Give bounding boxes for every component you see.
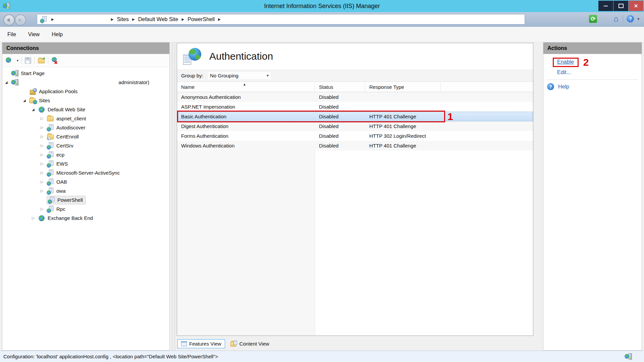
table-row-windows-authentication[interactable]: Windows Authentication Disabled HTTP 401… <box>177 141 533 150</box>
tree-item-default-web-site[interactable]: ◢ Default Web Site <box>2 105 169 114</box>
expander-icon[interactable]: ▷ <box>41 134 47 139</box>
forward-button[interactable] <box>15 14 26 26</box>
open-folder-icon[interactable] <box>38 57 45 64</box>
tree-item-exchange-back-end[interactable]: ▷ Exchange Back End <box>2 214 169 223</box>
stop-button[interactable]: ✕ <box>600 14 609 23</box>
minimize-button[interactable] <box>598 1 613 11</box>
tree-item-label: EWS <box>56 161 68 167</box>
menu-file[interactable]: File <box>3 30 21 39</box>
disconnect-icon[interactable] <box>51 57 59 64</box>
expander-icon[interactable]: ▷ <box>41 153 47 157</box>
tree-item-application-pools[interactable]: Application Pools <box>2 87 169 96</box>
tree-item-ews[interactable]: ▷ EWS <box>2 159 169 168</box>
iis-status-icon <box>625 353 633 360</box>
window-controls: ✕ <box>598 1 643 11</box>
menu-help[interactable]: Help <box>47 30 67 39</box>
save-connection-icon[interactable] <box>25 57 31 64</box>
column-header-name[interactable]: Name ▲ <box>177 82 315 92</box>
expander-icon[interactable]: ◢ <box>32 108 38 111</box>
menu-view[interactable]: View <box>23 30 44 39</box>
annotation-box-2: Enable <box>553 58 579 67</box>
tree-item-autodiscover[interactable]: ▷ Autodiscover <box>2 123 169 132</box>
view-tab-bar: Features View Content View <box>177 337 533 351</box>
expander-icon[interactable]: ▷ <box>41 143 47 148</box>
tree-item-rpc[interactable]: ▷ Rpc <box>2 204 169 214</box>
cell-response: HTTP 401 Challenge <box>365 143 441 148</box>
column-header-response-type[interactable]: Response Type <box>365 82 441 92</box>
chevron-right-icon: ▶ <box>132 17 135 21</box>
selected-tree-item[interactable]: PowerShell <box>47 196 86 204</box>
tree-item-owa[interactable]: ▷ owa <box>2 186 169 195</box>
feature-title-row: Authentication <box>177 43 533 69</box>
tree-item-server[interactable]: ◢ administrator) <box>2 78 169 87</box>
table-row-aspnet-impersonation[interactable]: ASP.NET Impersonation Disabled <box>177 102 533 112</box>
table-row-basic-authentication[interactable]: Basic Authentication Disabled HTTP 401 C… <box>177 112 533 121</box>
status-bar: Configuration: 'localhost' applicationHo… <box>0 351 644 362</box>
table-row-digest-authentication[interactable]: Digest Authentication Disabled HTTP 401 … <box>177 121 533 131</box>
help-action[interactable]: ? Help <box>547 83 642 90</box>
cell-name: Basic Authentication <box>177 114 315 119</box>
application-icon <box>47 205 55 213</box>
home-button[interactable]: ⌂ <box>611 14 620 23</box>
enable-link[interactable]: Enable <box>557 59 574 65</box>
expander-icon[interactable]: ▷ <box>41 189 47 193</box>
breadcrumb-powershell[interactable]: PowerShell <box>187 16 215 22</box>
expander-icon[interactable]: ▷ <box>32 216 38 220</box>
chevron-down-icon[interactable]: ▾ <box>17 59 18 62</box>
window-title: Internet Information Services (IIS) Mana… <box>0 0 644 12</box>
tree-item-label: Exchange Back End <box>48 215 93 221</box>
group-by-dropdown[interactable]: No Grouping ▾ <box>208 72 271 79</box>
expander-icon[interactable]: ◢ <box>5 80 11 84</box>
expander-icon[interactable]: ▷ <box>41 116 47 121</box>
refresh-button[interactable]: ⟳ <box>589 14 597 23</box>
expander-icon[interactable]: ▷ <box>41 207 47 211</box>
navigation-toolbar: ▶ ▶ Sites ▶ Default Web Site ▶ PowerShel… <box>0 12 644 27</box>
iis-manager-window: Internet Information Services (IIS) Mana… <box>0 0 644 362</box>
create-connection-icon[interactable] <box>6 57 13 64</box>
tree-item-label: CertEnroll <box>56 134 79 139</box>
tree-item-label: Default Web Site <box>48 107 85 112</box>
expander-icon[interactable]: ▷ <box>41 180 47 184</box>
authentication-icon <box>183 48 201 65</box>
help-button[interactable]: ? <box>626 14 635 23</box>
cell-status: Disabled <box>315 114 365 119</box>
tree-item-start-page[interactable]: Start Page <box>2 69 169 78</box>
table-row-anonymous-authentication[interactable]: Anonymous Authentication Disabled <box>177 92 533 102</box>
tree-item-sites[interactable]: ◢ Sites <box>2 96 169 105</box>
tree-item-aspnet-client[interactable]: ▷ aspnet_client <box>2 114 169 123</box>
expander-icon[interactable]: ◢ <box>23 99 29 102</box>
web-site-icon <box>38 215 46 222</box>
table-row-forms-authentication[interactable]: Forms Authentication Disabled HTTP 302 L… <box>177 131 533 141</box>
features-view-icon <box>181 341 187 346</box>
tree-item-ecp[interactable]: ▷ ecp <box>2 150 169 159</box>
tree-item-certsrv[interactable]: ▷ CertSrv <box>2 141 169 150</box>
breadcrumb-default-web-site[interactable]: Default Web Site <box>138 16 178 22</box>
tab-label: Content View <box>239 341 269 347</box>
chevron-down-icon[interactable]: ▾ <box>637 17 639 21</box>
expander-icon[interactable]: ▷ <box>41 171 47 175</box>
panel-splitter[interactable] <box>172 42 175 351</box>
expander-icon[interactable]: ▷ <box>41 162 47 166</box>
virtual-directory-icon <box>47 133 55 140</box>
maximize-button[interactable] <box>613 1 628 11</box>
application-icon <box>47 178 55 186</box>
tab-features-view[interactable]: Features View <box>177 339 225 348</box>
connections-panel: Connections ▾ Start Page ◢ <box>2 42 170 351</box>
tab-content-view[interactable]: Content View <box>227 339 273 348</box>
refresh-icon: ⟳ <box>589 15 597 23</box>
tree-item-label: Sites <box>39 98 50 103</box>
edit-link[interactable]: Edit... <box>557 69 642 75</box>
tree-item-powershell[interactable]: PowerShell <box>2 195 169 204</box>
help-link[interactable]: Help <box>558 84 569 90</box>
tree-item-certenroll[interactable]: ▷ CertEnroll <box>2 132 169 141</box>
close-button[interactable]: ✕ <box>629 1 643 11</box>
breadcrumb-sites[interactable]: Sites <box>117 16 129 22</box>
tree-item-microsoft-server-activesync[interactable]: ▷ Microsoft-Server-ActiveSync <box>2 168 169 177</box>
column-header-status[interactable]: Status <box>315 82 365 92</box>
expander-icon[interactable]: ▷ <box>41 125 47 130</box>
connections-tree: Start Page ◢ administrator) Application … <box>2 67 169 223</box>
breadcrumb[interactable]: ▶ ▶ Sites ▶ Default Web Site ▶ PowerShel… <box>37 14 525 24</box>
back-button[interactable] <box>3 14 15 26</box>
cell-name: Digest Authentication <box>177 123 315 129</box>
tree-item-oab[interactable]: ▷ OAB <box>2 177 169 186</box>
